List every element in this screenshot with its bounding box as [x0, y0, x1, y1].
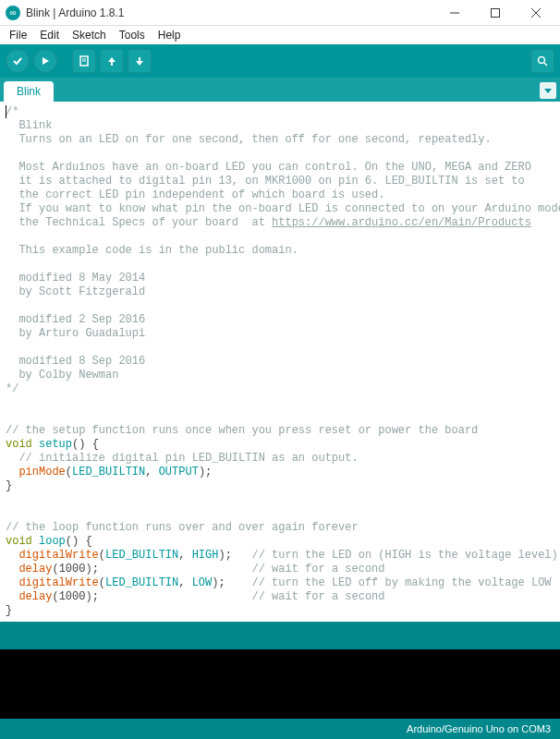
comment: Most Arduinos have an on-board LED you c…	[6, 161, 531, 174]
text-cursor	[6, 105, 6, 118]
code-text: );	[85, 563, 251, 575]
titlebar: Blink | Arduino 1.8.1	[0, 0, 560, 26]
output-console[interactable]	[0, 649, 560, 719]
footer-bar: Arduino/Genuino Uno on COM3	[0, 719, 560, 739]
comment: // initialize digital pin LED_BUILTIN as…	[6, 452, 359, 465]
comment: // turn the LED off by making the voltag…	[251, 576, 551, 589]
code-text: (	[66, 466, 72, 479]
window-title: Blink | Arduino 1.8.1	[26, 6, 434, 19]
code-text: }	[6, 479, 12, 492]
svg-line-11	[544, 63, 547, 66]
comment: the Technical Specs of your board at	[6, 216, 272, 229]
verify-button[interactable]	[6, 49, 30, 73]
menubar: File Edit Sketch Tools Help	[0, 26, 560, 44]
constant: LED_BUILTIN	[105, 549, 178, 562]
code-text: );	[85, 590, 251, 603]
indent	[6, 549, 18, 562]
menu-help[interactable]: Help	[152, 27, 187, 43]
function-call: delay	[18, 563, 52, 575]
comment: // the loop function runs over and over …	[6, 521, 359, 534]
indent	[6, 466, 18, 479]
comment: */	[6, 382, 18, 395]
keyword: void	[6, 438, 32, 451]
constant: OUTPUT	[159, 466, 199, 479]
code-text: }	[6, 604, 12, 617]
constant: LED_BUILTIN	[105, 576, 178, 589]
comment: // the setup function runs once when you…	[6, 424, 478, 437]
indent	[6, 563, 18, 575]
maximize-button[interactable]	[475, 0, 516, 26]
svg-marker-12	[544, 89, 552, 93]
upload-button[interactable]	[33, 49, 57, 73]
svg-rect-1	[492, 8, 500, 17]
comment: modified 8 Sep 2016	[6, 355, 145, 368]
code-text: ,	[178, 549, 191, 562]
menu-edit[interactable]: Edit	[34, 27, 65, 43]
svg-point-10	[539, 57, 545, 64]
arduino-logo-icon	[6, 6, 20, 20]
code-text: ,	[178, 576, 191, 589]
new-button[interactable]	[72, 49, 96, 73]
code-text: );	[218, 549, 251, 562]
tabbar: Blink	[0, 78, 560, 102]
comment: // turn the LED on (HIGH is the voltage …	[251, 549, 557, 562]
code-text: (	[99, 549, 105, 562]
code-text: (	[52, 590, 58, 603]
constant: LOW	[192, 576, 213, 589]
function-name: loop	[39, 535, 66, 548]
indent	[6, 590, 18, 603]
menu-sketch[interactable]: Sketch	[67, 27, 112, 43]
indent	[6, 576, 18, 589]
menu-file[interactable]: File	[4, 27, 32, 43]
code-text: (	[99, 576, 105, 589]
comment: by Arturo Guadalupi	[6, 327, 145, 340]
comment: by Colby Newman	[6, 369, 118, 382]
comment: // wait for a second	[251, 563, 384, 575]
constant: LED_BUILTIN	[72, 466, 145, 479]
comment: modified 2 Sep 2016	[6, 313, 145, 326]
function-call: pinMode	[18, 466, 65, 479]
comment: If you want to know what pin the on-boar…	[6, 202, 560, 215]
comment: by Scott Fitzgerald	[6, 285, 145, 298]
function-call: delay	[18, 590, 52, 603]
function-name: setup	[39, 438, 72, 451]
comment: modified 8 May 2014	[6, 272, 145, 285]
function-call: digitalWrite	[18, 549, 98, 562]
keyword: void	[6, 535, 32, 548]
serial-monitor-button[interactable]	[530, 49, 554, 73]
code-text: ,	[145, 466, 158, 479]
code-text: () {	[72, 438, 99, 451]
code-editor[interactable]: /* Blink Turns on an LED on for one seco…	[0, 102, 560, 622]
minimize-button[interactable]	[434, 0, 475, 26]
board-status: Arduino/Genuino Uno on COM3	[407, 723, 551, 734]
comment: // wait for a second	[251, 590, 384, 603]
comment: the correct LED pin independent of which…	[6, 188, 384, 201]
comment: /*	[6, 105, 18, 118]
comment-link: https://www.arduino.cc/en/Main/Products	[272, 216, 531, 229]
svg-marker-4	[43, 57, 49, 65]
comment: This example code is in the public domai…	[6, 244, 298, 257]
code-text: );	[212, 576, 251, 589]
code-text: () {	[66, 535, 92, 548]
number: 1000	[59, 563, 86, 575]
status-bar	[0, 622, 560, 649]
number: 1000	[59, 590, 86, 603]
menu-tools[interactable]: Tools	[114, 27, 151, 43]
function-call: digitalWrite	[18, 576, 98, 589]
open-button[interactable]	[100, 49, 124, 73]
constant: HIGH	[192, 549, 219, 562]
save-button[interactable]	[128, 49, 152, 73]
svg-marker-8	[108, 57, 116, 66]
code-text: (	[52, 563, 58, 575]
tab-blink[interactable]: Blink	[4, 81, 54, 102]
code-text: );	[199, 466, 212, 479]
close-button[interactable]	[516, 0, 556, 26]
toolbar	[0, 44, 560, 78]
comment: it is attached to digital pin 13, on MKR…	[6, 175, 525, 188]
svg-marker-9	[136, 57, 143, 66]
tab-menu-button[interactable]	[540, 82, 556, 99]
comment: Turns on an LED on for one second, then …	[6, 133, 492, 146]
comment: Blink	[6, 119, 52, 132]
